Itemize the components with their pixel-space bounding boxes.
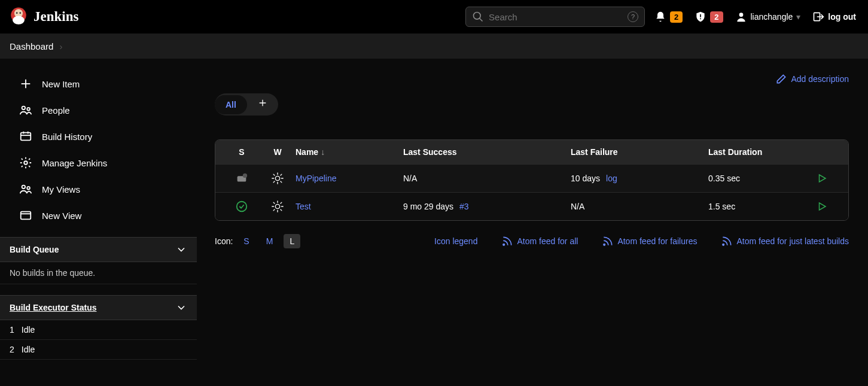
tab-new-view[interactable]: [247, 93, 278, 116]
help-icon[interactable]: ?: [628, 11, 638, 22]
svg-rect-22: [21, 212, 31, 220]
sidebar-item-label: Manage Jenkins: [42, 158, 107, 168]
executor-status-title: Build Executor Status: [10, 303, 96, 312]
col-last-failure[interactable]: Last Failure: [571, 147, 708, 157]
plus-icon: [19, 77, 32, 90]
logo[interactable]: Jenkins: [10, 7, 78, 27]
shield-alert-icon: [695, 11, 706, 23]
icon-size-m[interactable]: M: [260, 234, 279, 248]
icon-size-l[interactable]: L: [284, 234, 300, 248]
job-name-link[interactable]: MyPipeline: [296, 174, 336, 183]
executor-row: 1 Idle: [0, 320, 197, 340]
history-icon: [19, 130, 32, 143]
icon-legend-link[interactable]: Icon legend: [434, 236, 477, 246]
sidebar-item-new-item[interactable]: New Item: [0, 71, 197, 97]
svg-line-34: [281, 181, 282, 183]
svg-line-6: [480, 19, 483, 22]
svg-point-3: [16, 12, 18, 14]
add-description-button[interactable]: Add description: [775, 73, 849, 85]
logout-label: log out: [828, 12, 856, 22]
svg-point-50: [604, 244, 605, 246]
sidebar-item-my-views[interactable]: My Views: [0, 176, 197, 202]
rss-icon: [721, 235, 733, 247]
svg-line-35: [273, 181, 275, 183]
sidebar-item-label: Build History: [42, 132, 92, 142]
build-now-icon[interactable]: [817, 201, 827, 212]
tab-all[interactable]: All: [215, 95, 247, 114]
svg-point-39: [275, 204, 279, 208]
svg-line-36: [281, 174, 282, 175]
svg-point-49: [503, 244, 505, 246]
executor-state: Idle: [22, 325, 35, 335]
col-status[interactable]: S: [224, 147, 260, 157]
svg-line-44: [273, 202, 275, 203]
atom-feed-failures[interactable]: Atom feed for failures: [602, 235, 697, 247]
sidebar-item-build-history[interactable]: Build History: [0, 123, 197, 150]
svg-point-13: [22, 107, 26, 110]
executor-num: 1: [10, 325, 14, 335]
username: lianchangle: [751, 12, 793, 22]
chevron-right-icon: ›: [59, 41, 62, 51]
svg-line-46: [273, 209, 275, 211]
last-success-value: N/A: [403, 174, 417, 183]
chevron-down-icon: ▾: [796, 12, 800, 22]
build-queue-header[interactable]: Build Queue: [0, 237, 197, 262]
rss-icon: [602, 235, 614, 247]
window-icon: [19, 209, 32, 222]
svg-point-19: [24, 161, 28, 165]
last-failure-value: N/A: [571, 202, 584, 211]
people-icon: [19, 183, 32, 196]
last-failure-value: 10 days: [571, 174, 600, 183]
svg-point-20: [22, 186, 26, 189]
col-last-duration[interactable]: Last Duration: [708, 147, 804, 157]
svg-point-2: [13, 16, 25, 25]
people-icon: [19, 104, 32, 117]
atom-feed-all[interactable]: Atom feed for all: [501, 235, 578, 247]
plus-icon: [258, 98, 267, 108]
bell-icon: [654, 11, 666, 23]
svg-point-5: [474, 13, 481, 20]
executor-num: 2: [10, 345, 14, 354]
last-failure-link[interactable]: log: [606, 174, 617, 183]
feed-label: Atom feed for failures: [617, 236, 697, 246]
main-panel: Add description All S W Name↓ Last Succe…: [197, 59, 868, 386]
not-built-status-icon: [235, 172, 248, 185]
search-box[interactable]: ?: [465, 7, 645, 27]
executor-status-header[interactable]: Build Executor Status: [0, 295, 197, 320]
icon-size-s[interactable]: S: [237, 234, 255, 248]
last-success-link[interactable]: #3: [459, 202, 469, 211]
sidebar-item-people[interactable]: People: [0, 97, 197, 123]
edit-icon: [775, 73, 787, 85]
notif-badge: 2: [670, 11, 683, 23]
notifications-button[interactable]: 2: [652, 11, 685, 23]
breadcrumb-root[interactable]: Dashboard: [10, 41, 53, 51]
icon-legend-label: Icon legend: [434, 236, 477, 246]
col-name[interactable]: Name↓: [296, 147, 403, 157]
svg-point-9: [739, 13, 743, 17]
svg-point-38: [237, 202, 247, 212]
build-queue-empty: No builds in the queue.: [0, 262, 197, 284]
app-name: Jenkins: [33, 9, 78, 25]
success-status-icon: [235, 200, 248, 213]
last-duration-value: 1.5 sec: [708, 202, 735, 211]
job-name-link[interactable]: Test: [296, 202, 311, 211]
logout-button[interactable]: log out: [810, 11, 858, 23]
user-icon: [735, 11, 747, 23]
build-now-icon[interactable]: [817, 173, 827, 184]
feed-label: Atom feed for all: [517, 236, 578, 246]
col-weather[interactable]: W: [260, 147, 296, 157]
table-header: S W Name↓ Last Success Last Failure Last…: [215, 140, 848, 164]
sidebar-item-manage-jenkins[interactable]: Manage Jenkins: [0, 150, 197, 176]
alert-badge: 2: [710, 11, 723, 23]
search-input[interactable]: [489, 12, 623, 22]
table-row: Test 9 mo 29 days #3 N/A 1.5 sec: [215, 192, 848, 220]
user-menu[interactable]: lianchangle ▾: [733, 11, 803, 23]
col-last-success[interactable]: Last Success: [403, 147, 571, 157]
atom-feed-latest[interactable]: Atom feed for just latest builds: [721, 235, 849, 247]
svg-point-51: [723, 244, 724, 246]
breadcrumb: Dashboard ›: [0, 34, 868, 59]
view-tabs: All: [215, 93, 278, 116]
alerts-button[interactable]: 2: [692, 11, 725, 23]
sidebar-item-new-view[interactable]: New View: [0, 202, 197, 229]
icon-size-label: Icon:: [215, 236, 233, 246]
